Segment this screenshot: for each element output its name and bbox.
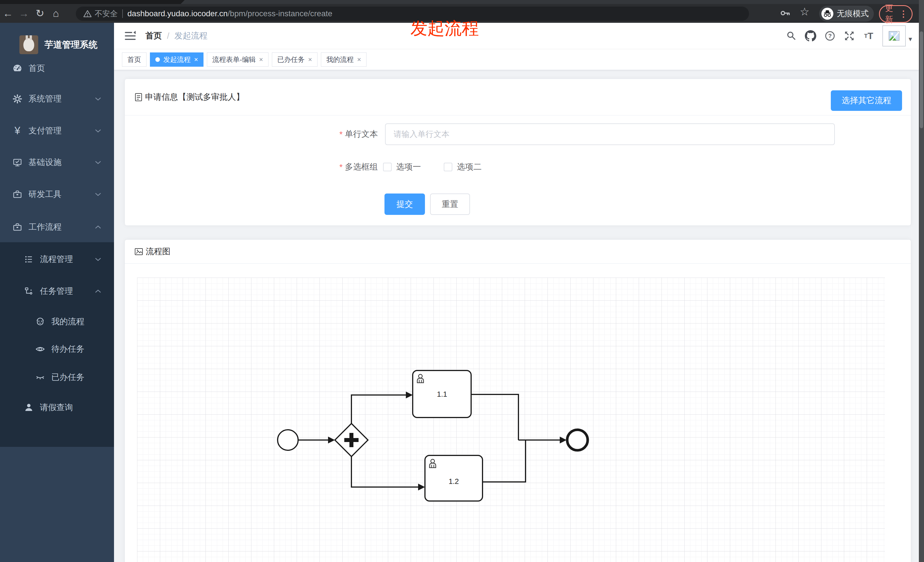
url-path: /bpm/process-instance/create	[228, 9, 332, 18]
tab-form-edit[interactable]: 流程表单-编辑 ×	[207, 52, 268, 67]
fullscreen-icon[interactable]	[840, 23, 859, 49]
close-icon[interactable]: ×	[357, 55, 361, 64]
bpmn-parallel-gateway	[335, 424, 368, 457]
sidebar-item-infrastructure[interactable]: 基础设施	[0, 147, 114, 178]
app-logo-avatar	[20, 35, 38, 54]
checkbox-group-label: * 多选框组	[264, 156, 378, 178]
chevron-up-icon	[94, 289, 102, 293]
chevron-down-icon	[94, 192, 102, 196]
broken-image-icon	[888, 30, 900, 42]
not-secure-label: 不安全	[94, 9, 118, 19]
image-icon	[134, 247, 143, 256]
incognito-icon	[821, 8, 833, 19]
submit-button[interactable]: 提交	[384, 193, 425, 215]
github-icon[interactable]	[801, 23, 820, 49]
close-icon[interactable]: ×	[259, 55, 263, 64]
scrollbar-thumb[interactable]	[920, 31, 923, 128]
sidebar: 芋道管理系统 首页 系统管理 ¥ 支付管理	[0, 23, 114, 562]
sidebar-item-payment[interactable]: ¥ 支付管理	[0, 115, 114, 147]
font-size-icon[interactable]: TT	[859, 23, 878, 49]
back-icon[interactable]: ←	[0, 4, 16, 23]
bpmn-diagram: 1.1 1.2	[125, 264, 911, 562]
required-mark: *	[339, 130, 343, 139]
svg-text:1.1: 1.1	[437, 390, 447, 399]
monitor-icon	[12, 157, 22, 167]
active-tab-dot	[155, 57, 160, 62]
breadcrumb-home[interactable]: 首页	[146, 30, 162, 42]
option2-checkbox[interactable]	[444, 163, 452, 171]
chevron-down-icon	[94, 97, 102, 101]
chevron-down-icon	[94, 129, 102, 133]
tab-home[interactable]: 首页	[122, 52, 147, 67]
yen-icon: ¥	[12, 126, 22, 136]
option1-checkbox[interactable]	[383, 163, 392, 171]
browser-menu-kebab-icon[interactable]: ⋮	[899, 11, 908, 17]
tab-start-process[interactable]: 发起流程 ×	[150, 52, 204, 67]
bpmn-end-event	[567, 430, 588, 450]
forward-icon[interactable]: →	[16, 4, 32, 23]
scrollbar[interactable]	[919, 0, 924, 562]
sidebar-item-home[interactable]: 首页	[0, 52, 114, 84]
app-header: 首页 / 发起流程 ?	[114, 23, 919, 49]
bookmark-star-icon[interactable]: ☆	[800, 5, 809, 18]
required-mark: *	[339, 162, 343, 172]
sidebar-item-devtools[interactable]: 研发工具	[0, 178, 114, 210]
sidebar-toggle-icon[interactable]	[124, 30, 136, 42]
close-icon[interactable]: ×	[308, 55, 312, 64]
chevron-down-icon	[94, 257, 102, 261]
browser-tab-strip	[0, 0, 924, 4]
tree-list-icon	[24, 255, 34, 264]
breadcrumb: 首页 / 发起流程	[146, 23, 207, 49]
flow-diagram-title: 流程图	[146, 246, 170, 257]
reload-icon[interactable]: ↻	[32, 4, 48, 23]
bpmn-canvas[interactable]: 1.1 1.2	[125, 264, 911, 562]
incognito-badge: 无痕模式	[819, 6, 874, 22]
text-field-label: * 单行文本	[264, 123, 378, 145]
choose-other-process-button[interactable]: 选择其它流程	[831, 90, 902, 111]
svg-text:1.2: 1.2	[448, 477, 459, 486]
help-icon[interactable]: ?	[820, 23, 840, 49]
eye-icon	[35, 344, 45, 354]
url-domain: dashboard.yudao.iocoder.cn	[128, 9, 228, 18]
sidebar-item-system[interactable]: 系统管理	[0, 83, 114, 115]
toolbox-icon	[12, 189, 22, 199]
app-title: 芋道管理系统	[45, 39, 98, 51]
option1-label[interactable]: 选项一	[396, 161, 421, 173]
gear-icon	[12, 94, 22, 104]
apply-info-title: 申请信息【测试多审批人】	[145, 91, 244, 103]
not-secure-warning-icon	[83, 10, 92, 18]
avatar-caret-icon[interactable]: ▾	[909, 35, 912, 43]
sitemap-icon	[24, 286, 34, 296]
bpmn-start-event	[278, 430, 298, 450]
close-icon[interactable]: ×	[194, 55, 198, 64]
password-key-icon[interactable]	[780, 8, 791, 18]
bpmn-user-task-1-2: 1.2	[425, 456, 483, 501]
eye-closed-icon	[35, 373, 45, 382]
chevron-down-icon	[94, 160, 102, 165]
flow-diagram-card-header: 流程图	[125, 240, 911, 264]
sidebar-item-workflow[interactable]: 工作流程	[0, 211, 114, 243]
sidebar-item-done-tasks[interactable]: 已办任务	[0, 361, 114, 393]
tags-view: 首页 发起流程 × 流程表单-编辑 × 已办任务 × 我的流程 ×	[114, 49, 919, 70]
checkbox-group: 选项一 选项二	[383, 156, 504, 178]
avatar[interactable]	[882, 25, 906, 46]
tab-done-tasks[interactable]: 已办任务 ×	[272, 52, 318, 67]
toolbox-icon	[12, 222, 22, 232]
flow-diagram-card: 流程图	[124, 240, 911, 562]
single-line-text-input[interactable]	[385, 123, 835, 145]
apply-info-card-header: 申请信息【测试多审批人】	[125, 79, 911, 115]
document-icon	[134, 93, 143, 102]
update-label[interactable]: 更新	[885, 3, 899, 25]
reset-button[interactable]: 重置	[430, 193, 470, 215]
sidebar-item-task-mgmt[interactable]: 任务管理	[0, 275, 114, 307]
option2-label[interactable]: 选项二	[457, 161, 482, 173]
sidebar-item-todo-tasks[interactable]: 待办任务	[0, 333, 114, 365]
tab-my-process[interactable]: 我的流程 ×	[321, 52, 366, 67]
annotation-overlay-title: 发起流程	[410, 17, 479, 40]
search-icon[interactable]	[782, 23, 801, 49]
dashboard-icon	[12, 64, 22, 73]
sidebar-item-process-mgmt[interactable]: 流程管理	[0, 243, 114, 275]
browser-update-chip[interactable]: 更新 ⋮	[879, 5, 913, 23]
sidebar-item-leave-query[interactable]: 请假查询	[0, 391, 114, 424]
home-icon[interactable]: ⌂	[48, 4, 64, 23]
